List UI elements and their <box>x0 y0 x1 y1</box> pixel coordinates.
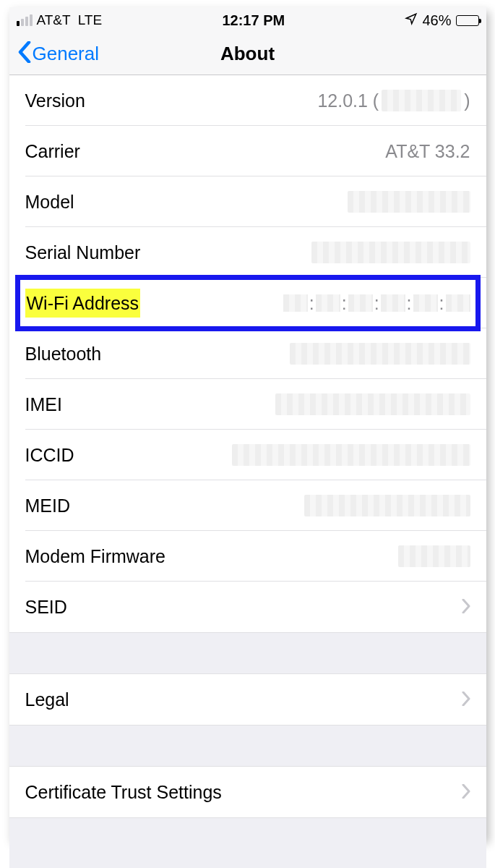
redacted-value <box>348 191 470 213</box>
row-value: AT&T 33.2 <box>385 141 470 162</box>
row-label: Modem Firmware <box>25 546 165 567</box>
row-right <box>456 781 470 804</box>
row-label: Bluetooth <box>25 344 102 365</box>
status-network: LTE <box>78 12 102 28</box>
redacted-value <box>382 90 461 111</box>
row-label: Serial Number <box>25 242 141 263</box>
row-imei[interactable]: IMEI <box>9 379 486 430</box>
status-left: AT&T LTE <box>17 12 103 28</box>
section-gap <box>9 725 486 767</box>
row-modem-firmware[interactable]: Modem Firmware <box>9 531 486 582</box>
row-iccid[interactable]: ICCID <box>9 430 486 480</box>
row-bluetooth[interactable]: Bluetooth <box>9 328 486 379</box>
settings-list-2: Legal <box>9 674 486 725</box>
battery-icon <box>456 15 479 26</box>
redacted-value <box>398 545 470 567</box>
row-carrier[interactable]: Carrier AT&T 33.2 <box>9 126 486 176</box>
screen-frame: AT&T LTE 12:17 PM 46% General About <box>9 7 486 839</box>
settings-list: Version 12.0.1 ( ) Carrier AT&T 33.2 Mod… <box>9 75 486 632</box>
row-label: IMEI <box>25 394 62 415</box>
status-time: 12:17 PM <box>222 12 285 29</box>
row-label: Version <box>25 90 85 111</box>
settings-list-3: Certificate Trust Settings <box>9 767 486 817</box>
row-legal[interactable]: Legal <box>9 674 486 725</box>
row-certificate-trust-settings[interactable]: Certificate Trust Settings <box>9 767 486 817</box>
back-label: General <box>33 43 100 65</box>
row-label-highlighted: Wi-Fi Address <box>25 289 141 318</box>
back-button[interactable]: General <box>18 41 100 67</box>
row-label: Legal <box>25 689 69 710</box>
footer-space <box>9 817 486 868</box>
row-right <box>456 689 470 711</box>
page-title: About <box>220 43 275 65</box>
redacted-value <box>304 495 470 516</box>
chevron-right-icon <box>462 596 470 618</box>
row-label: MEID <box>25 495 71 516</box>
row-label: ICCID <box>25 445 74 466</box>
row-meid[interactable]: MEID <box>9 480 486 531</box>
chevron-right-icon <box>462 781 470 804</box>
row-right <box>456 596 470 618</box>
signal-bars-icon <box>17 14 33 26</box>
row-version[interactable]: Version 12.0.1 ( ) <box>9 75 486 126</box>
row-label: Certificate Trust Settings <box>25 782 222 803</box>
status-bar: AT&T LTE 12:17 PM 46% <box>9 7 486 33</box>
battery-percent: 46% <box>422 12 451 29</box>
redacted-value <box>275 393 470 415</box>
location-icon <box>405 12 418 29</box>
row-model[interactable]: Model <box>9 176 486 227</box>
row-wifi-address[interactable]: Wi-Fi Address Wi-Fi Address : : : : : <box>9 278 486 328</box>
chevron-right-icon <box>462 689 470 711</box>
row-label: Model <box>25 192 74 213</box>
row-value: 12.0.1 ( ) <box>317 90 470 111</box>
row-label: Carrier <box>25 141 80 162</box>
nav-bar: General About <box>9 33 486 75</box>
row-serial-number[interactable]: Serial Number <box>9 227 486 278</box>
chevron-left-icon <box>18 41 31 67</box>
status-right: 46% <box>405 12 478 29</box>
row-label: SEID <box>25 597 67 618</box>
section-gap <box>9 632 486 674</box>
status-carrier: AT&T <box>37 12 71 28</box>
redacted-mac-address: : : : : : <box>283 293 470 314</box>
row-seid[interactable]: SEID <box>9 582 486 632</box>
redacted-value <box>290 343 470 365</box>
redacted-value <box>311 242 470 263</box>
redacted-value <box>232 444 470 466</box>
